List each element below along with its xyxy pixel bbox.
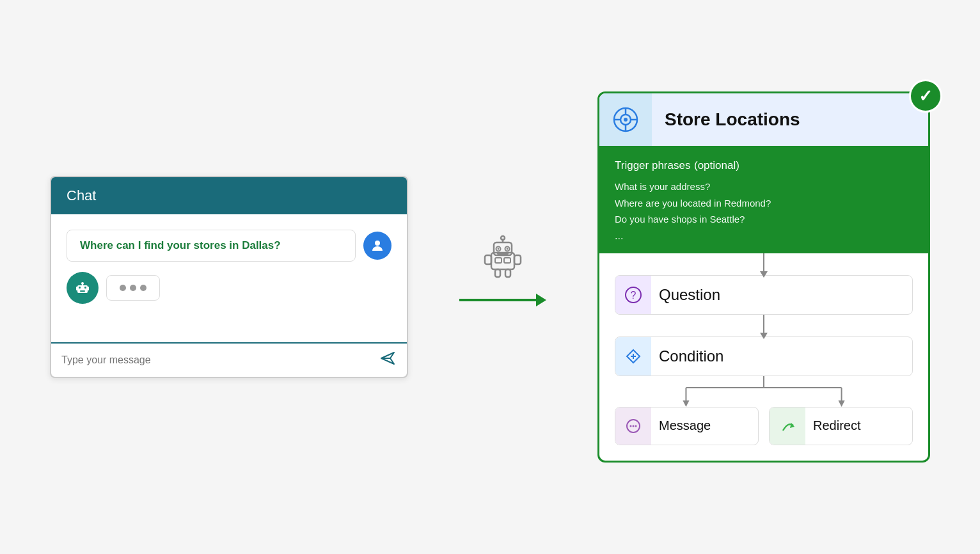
typing-dot-3 (140, 285, 146, 291)
chat-title: Chat (67, 187, 96, 203)
flow-steps: ? Question C (599, 253, 928, 461)
svg-rect-5 (84, 287, 86, 289)
svg-rect-23 (495, 269, 500, 277)
condition-label: Condition (651, 337, 731, 376)
redirect-label: Redirect (805, 408, 868, 443)
question-icon: ? (624, 286, 642, 304)
svg-point-0 (375, 241, 380, 246)
trigger-phrase-1: What is your address? (615, 178, 913, 195)
topic-header: Store Locations (599, 93, 928, 146)
flow-arrow (459, 294, 546, 306)
bot-typing-indicator (106, 275, 160, 301)
question-label: Question (651, 276, 728, 314)
message-label: Message (651, 408, 718, 443)
svg-rect-21 (495, 258, 502, 263)
checkmark-badge: ✓ (909, 79, 942, 113)
flow-panel: ✓ Store Locations Trigger phrases (597, 91, 930, 463)
branch-svg (615, 376, 913, 407)
bot-typing-row (67, 272, 391, 304)
redirect-icon-box (770, 408, 805, 445)
svg-point-43 (630, 425, 632, 427)
chat-input[interactable] (61, 354, 375, 366)
topic-title: Store Locations (652, 99, 813, 140)
message-icon (625, 418, 642, 434)
trigger-section: Trigger phrases (optional) What is your … (599, 146, 928, 253)
condition-icon-box (615, 337, 651, 376)
svg-rect-4 (79, 287, 81, 289)
chat-header: Chat (51, 177, 407, 214)
svg-point-16 (498, 248, 500, 250)
svg-marker-41 (839, 400, 845, 407)
trigger-title: Trigger phrases (optional) (615, 157, 913, 172)
chat-panel: Chat Where can I find your stores in Dal… (50, 176, 408, 378)
bot-avatar (67, 272, 99, 304)
trigger-ellipsis: ... (615, 230, 913, 242)
question-icon-box: ? (615, 276, 651, 314)
typing-dot-1 (120, 285, 126, 291)
send-button[interactable] (380, 351, 397, 369)
svg-text:?: ? (631, 290, 636, 301)
svg-marker-40 (683, 400, 689, 407)
branch-nodes: Message Redirect (615, 407, 913, 445)
arrow-line (459, 299, 536, 301)
user-message-row: Where can I find your stores in Dallas? (67, 230, 391, 262)
question-node[interactable]: ? Question (615, 275, 913, 315)
topic-icon (612, 106, 639, 133)
chat-body: Where can I find your stores in Dallas? (51, 214, 407, 342)
svg-point-27 (624, 118, 628, 122)
svg-point-44 (633, 425, 635, 427)
svg-point-8 (81, 282, 84, 285)
svg-rect-20 (514, 255, 521, 264)
arrow-to-question (763, 253, 764, 273)
arrow-to-condition (763, 315, 764, 334)
arrow-head (536, 294, 546, 306)
condition-node[interactable]: Condition (615, 336, 913, 376)
user-avatar (363, 232, 391, 260)
typing-dot-2 (130, 285, 136, 291)
user-message-bubble: Where can I find your stores in Dallas? (67, 230, 356, 262)
svg-rect-19 (485, 255, 491, 264)
condition-icon (624, 347, 642, 365)
svg-point-13 (501, 236, 505, 240)
svg-rect-18 (497, 253, 509, 255)
chat-input-row[interactable] (51, 342, 407, 377)
branch-connector (615, 376, 913, 407)
robot-icon (480, 235, 526, 281)
svg-rect-1 (77, 285, 88, 293)
trigger-phrase-3: Do you have shops in Seattle? (615, 211, 913, 228)
robot-icon-area (480, 235, 526, 283)
svg-rect-2 (76, 287, 78, 290)
trigger-phrase-2: Where are you located in Redmond? (615, 195, 913, 212)
svg-point-17 (507, 248, 509, 250)
redirect-node[interactable]: Redirect (769, 407, 913, 445)
svg-rect-6 (80, 290, 85, 292)
svg-rect-22 (504, 258, 510, 263)
svg-rect-24 (505, 269, 510, 277)
user-message-text: Where can I find your stores in Dallas? (80, 239, 281, 251)
redirect-icon (779, 418, 796, 434)
topic-icon-box (599, 93, 652, 146)
svg-rect-3 (87, 287, 89, 290)
message-icon-box (615, 408, 651, 445)
message-node[interactable]: Message (615, 407, 759, 445)
connector-area (459, 235, 546, 306)
svg-point-45 (635, 425, 637, 427)
